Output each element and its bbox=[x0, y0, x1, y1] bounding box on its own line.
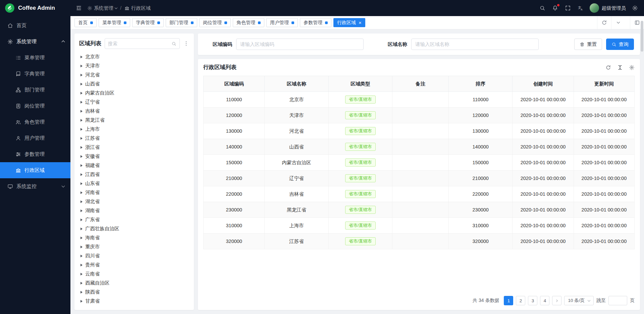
caret-right-icon[interactable] bbox=[80, 237, 83, 239]
page-size-select[interactable]: 10 条/页 bbox=[564, 296, 594, 305]
caret-right-icon[interactable] bbox=[80, 191, 83, 194]
sidebar-item[interactable]: 参数管理 bbox=[0, 146, 70, 162]
tree-item[interactable]: 四川省 bbox=[79, 251, 189, 260]
search-icon[interactable] bbox=[539, 5, 545, 11]
fullscreen-icon[interactable] bbox=[565, 5, 571, 11]
scrollbar-thumb[interactable] bbox=[641, 21, 643, 52]
page-button-2[interactable]: 2 bbox=[516, 296, 525, 305]
tab[interactable]: 用户管理 bbox=[266, 18, 298, 27]
caret-right-icon[interactable] bbox=[80, 209, 83, 212]
caret-right-icon[interactable] bbox=[80, 228, 83, 230]
tree-item[interactable]: 浙江省 bbox=[79, 143, 189, 152]
column-height-icon[interactable] bbox=[617, 65, 623, 70]
caret-right-icon[interactable] bbox=[80, 282, 83, 285]
tree-item[interactable]: 广西壮族自治区 bbox=[79, 224, 189, 233]
tree-item[interactable]: 上海市 bbox=[79, 125, 189, 134]
caret-right-icon[interactable] bbox=[80, 182, 83, 185]
tab[interactable]: 角色管理 bbox=[233, 18, 264, 27]
caret-right-icon[interactable] bbox=[80, 273, 83, 275]
reset-button[interactable]: 重置 bbox=[574, 39, 602, 50]
close-icon[interactable]: × bbox=[359, 20, 362, 25]
tree-item[interactable]: 山东省 bbox=[79, 179, 189, 188]
tree-item[interactable]: 内蒙古自治区 bbox=[79, 88, 189, 98]
sidebar-item[interactable]: 部门管理 bbox=[0, 82, 70, 98]
tree-item[interactable]: 海南省 bbox=[79, 233, 189, 242]
caret-right-icon[interactable] bbox=[80, 110, 83, 113]
user-menu[interactable]: 超级管理员 bbox=[590, 3, 626, 13]
tree-item[interactable]: 吉林省 bbox=[79, 107, 189, 116]
caret-right-icon[interactable] bbox=[80, 173, 83, 176]
caret-right-icon[interactable] bbox=[80, 246, 83, 248]
tree-item[interactable]: 江苏省 bbox=[79, 134, 189, 143]
tab[interactable]: 部门管理 bbox=[166, 18, 197, 27]
sidebar-item[interactable]: 系统监控 bbox=[0, 178, 70, 194]
sidebar-collapse-icon[interactable] bbox=[76, 5, 82, 11]
caret-right-icon[interactable] bbox=[80, 164, 83, 167]
breadcrumb-item-system[interactable]: 系统管理 bbox=[87, 5, 117, 11]
bell-button[interactable] bbox=[552, 5, 558, 11]
caret-right-icon[interactable] bbox=[80, 92, 83, 95]
tree-item[interactable]: 甘肃省 bbox=[79, 297, 189, 306]
tab[interactable]: 首页 bbox=[74, 18, 97, 27]
tree-item[interactable]: 山西省 bbox=[79, 79, 189, 88]
sidebar-item[interactable]: 菜单管理 bbox=[0, 50, 70, 66]
caret-right-icon[interactable] bbox=[80, 300, 83, 303]
caret-right-icon[interactable] bbox=[80, 128, 83, 131]
tree-item[interactable]: 安徽省 bbox=[79, 152, 189, 161]
sidebar-item[interactable]: 首页 bbox=[0, 17, 70, 34]
tree-item[interactable]: 重庆市 bbox=[79, 242, 189, 251]
page-button-1[interactable]: 1 bbox=[504, 296, 513, 305]
search-icon[interactable] bbox=[171, 41, 176, 46]
caret-right-icon[interactable] bbox=[80, 65, 83, 67]
caret-right-icon[interactable] bbox=[80, 74, 83, 76]
tab[interactable]: 参数管理 bbox=[300, 18, 331, 27]
region-name-input[interactable] bbox=[411, 39, 539, 50]
caret-right-icon[interactable] bbox=[80, 56, 83, 58]
tree-item[interactable]: 广东省 bbox=[79, 215, 189, 224]
avatar[interactable] bbox=[590, 3, 599, 13]
tree-item[interactable]: 陕西省 bbox=[79, 288, 189, 297]
sidebar-item[interactable]: 岗位管理 bbox=[0, 98, 70, 114]
caret-right-icon[interactable] bbox=[80, 291, 83, 294]
tree-search-input[interactable] bbox=[108, 41, 169, 46]
tab-chevron-down-button[interactable] bbox=[611, 16, 625, 29]
sidebar-item[interactable]: 系统管理 bbox=[0, 34, 70, 50]
caret-right-icon[interactable] bbox=[80, 255, 83, 257]
gear-icon[interactable] bbox=[629, 65, 635, 70]
caret-right-icon[interactable] bbox=[80, 264, 83, 266]
tree-item[interactable]: 河北省 bbox=[79, 70, 189, 79]
caret-right-icon[interactable] bbox=[80, 119, 83, 122]
tab[interactable]: 行政区域× bbox=[333, 18, 365, 27]
tab[interactable]: 菜单管理 bbox=[99, 18, 130, 27]
tab[interactable]: 岗位管理 bbox=[199, 18, 231, 27]
tree-item[interactable]: 云南省 bbox=[79, 269, 189, 278]
page-button-3[interactable]: 3 bbox=[528, 296, 537, 305]
tree-item[interactable]: 天津市 bbox=[79, 61, 189, 70]
page-button-4[interactable]: 4 bbox=[540, 296, 549, 305]
tree-item[interactable]: 湖南省 bbox=[79, 206, 189, 215]
jump-page-input[interactable] bbox=[608, 296, 627, 305]
tree-item[interactable]: 河南省 bbox=[79, 188, 189, 197]
refresh-icon[interactable] bbox=[605, 65, 611, 70]
tab[interactable]: 字典管理 bbox=[132, 18, 164, 27]
tree-item[interactable]: 贵州省 bbox=[79, 260, 189, 269]
theme-settings-icon[interactable] bbox=[632, 5, 638, 11]
caret-right-icon[interactable] bbox=[80, 146, 83, 149]
tree-item[interactable]: 黑龙江省 bbox=[79, 116, 189, 125]
tree-item[interactable]: 湖北省 bbox=[79, 197, 189, 206]
caret-right-icon[interactable] bbox=[80, 101, 83, 104]
sidebar-item[interactable]: 行政区域 bbox=[0, 162, 70, 178]
tab-refresh-button[interactable] bbox=[597, 16, 611, 29]
tree-item[interactable]: 西藏自治区 bbox=[79, 278, 189, 288]
more-options-icon[interactable] bbox=[183, 41, 189, 47]
breadcrumb-item-region[interactable]: 行政区域 bbox=[124, 5, 151, 11]
tree-item[interactable]: 辽宁省 bbox=[79, 98, 189, 107]
query-button[interactable]: 查询 bbox=[606, 39, 634, 50]
translate-icon[interactable]: 文A bbox=[578, 5, 584, 11]
next-page-button[interactable] bbox=[552, 296, 561, 305]
caret-right-icon[interactable] bbox=[80, 83, 83, 85]
tree-item[interactable]: 青海省 bbox=[79, 306, 189, 306]
sidebar-item[interactable]: 角色管理 bbox=[0, 114, 70, 130]
caret-right-icon[interactable] bbox=[80, 200, 83, 203]
sidebar-item[interactable]: 字典管理 bbox=[0, 66, 70, 82]
